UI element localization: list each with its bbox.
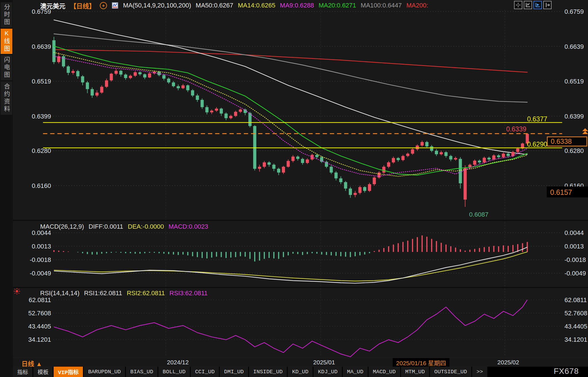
header-label: RSI3:62.0811 [170,289,208,297]
rsi-header: RSI(14,14,14)RSI1:62.0811RSI2:62.0811RSI… [40,289,208,297]
svg-text:0.6087: 0.6087 [469,211,488,218]
svg-text:0.6157: 0.6157 [550,188,572,196]
header-label: DIFF:0.0011 [89,223,123,230]
svg-text:0.6399: 0.6399 [564,113,584,120]
chart-toolbar [514,1,552,9]
svg-text:52.7608: 52.7608 [564,310,587,317]
plus-circle-icon[interactable]: + [100,2,107,9]
header-label: MA200: [406,2,428,9]
tab-dmi_ud[interactable]: DMI_UD [220,367,248,377]
alarm-sun-icon[interactable] [13,287,21,296]
tab-kd_ud[interactable]: KD_UD [288,367,313,377]
auto-scroll-icon[interactable] [534,1,542,9]
svg-text:43.4405: 43.4405 [564,323,587,330]
svg-text:62.0811: 62.0811 [29,296,51,304]
date-label: 2024/12 [167,359,189,366]
tab-mtm_ud[interactable]: MTM_UD [401,367,429,377]
svg-text:0.6519: 0.6519 [564,78,584,85]
date-label: 2025/02 [497,359,519,366]
tab-inside_ud[interactable]: INSIDE_UD [249,367,287,377]
svg-text:0.6280: 0.6280 [564,147,584,154]
sidebar-item-3[interactable]: 闪电图 [1,55,12,80]
tab-boll_ud[interactable]: BOLL_UD [158,367,190,377]
tab-outside_ud[interactable]: OUTSIDE_UD [430,367,471,377]
sidebar-item-4[interactable]: 合约资料 [1,81,12,115]
header-label: RSI2:62.0811 [127,289,165,297]
svg-text:-0.0049: -0.0049 [564,270,586,277]
sidebar-item-1[interactable]: 分时图 [1,2,12,28]
header-label: MACD(26,12,9) [40,223,84,230]
shift-right-icon[interactable] [543,1,552,9]
svg-text:34.1201: 34.1201 [28,336,51,343]
svg-text:52.7608: 52.7608 [28,310,51,317]
crosshair-icon[interactable] [514,1,522,9]
svg-text:0.0013: 0.0013 [32,243,51,250]
main-header: 澳元美元【日线】+MA(50,14,9,20,100,200)MA50:0.62… [40,1,428,10]
svg-text:0.6399: 0.6399 [32,113,51,120]
header-label: RSI(14,14,14) [40,289,79,297]
svg-text:0.6160: 0.6160 [32,182,51,189]
header-label: 澳元美元 [40,1,65,10]
selected-date-label: 2025/01/16 星期四 [393,358,449,367]
header-label: MA(50,14,9,20,100,200) [123,2,191,9]
trading-app: 分时图K线图闪电图合约资料 0.67590.67590.66390.66390.… [0,0,588,377]
svg-text:0.6759: 0.6759 [564,8,584,15]
svg-text:0.6280: 0.6280 [32,147,51,154]
svg-text:0.6290: 0.6290 [527,141,547,148]
chart-thumbnail-icon [112,2,118,9]
tab-bias_ud[interactable]: BIAS_UD [126,367,157,377]
date-label: 2025/01 [313,359,335,366]
axis-zigzag-icon[interactable] [524,1,532,9]
svg-text:0.6338: 0.6338 [551,137,572,145]
macd-header: MACD(26,12,9)DIFF:0.0011DEA:-0.0000MACD:… [40,223,208,230]
svg-text:0.0044: 0.0044 [32,229,51,236]
svg-text:-0.0018: -0.0018 [564,256,586,263]
tab-kdj_ud[interactable]: KDJ_UD [314,367,342,377]
tab-[interactable]: 指标 [13,367,32,377]
svg-text:62.0811: 62.0811 [564,296,587,304]
tab-barupdn_ud[interactable]: BARUPDN_UD [84,367,125,377]
header-label: RSI1:62.0811 [84,289,122,297]
header-label: DEA:-0.0000 [128,223,164,230]
svg-text:-0.0049: -0.0049 [30,270,51,277]
tab-ma_ud[interactable]: MA_UD [343,367,368,377]
tab-[interactable]: 模板 [33,367,53,377]
svg-text:0.6519: 0.6519 [32,78,51,85]
sidebar: 分时图K线图闪电图合约资料 [0,0,13,377]
header-label: MA14:0.6265 [238,2,275,9]
sidebar-item-2[interactable]: K线图 [1,29,12,54]
header-label: MA50:0.6267 [196,2,233,9]
tab-vip[interactable]: VIP指标 [54,367,83,377]
chart-canvas[interactable]: 0.67590.67590.66390.66390.65190.65190.63… [13,0,588,357]
header-label: MA100:0.6447 [361,2,402,9]
header-label: MACD:0.0023 [168,223,208,230]
svg-text:0.6639: 0.6639 [564,43,584,50]
tab-[interactable]: >> [472,367,487,377]
svg-text:34.1201: 34.1201 [564,336,587,343]
svg-text:43.4405: 43.4405 [28,323,51,330]
svg-text:0.0044: 0.0044 [564,229,584,236]
svg-text:0.0013: 0.0013 [564,243,584,250]
indicator-tabbar: 指标模板VIP指标BARUPDN_UDBIAS_UDBOLL_UDCCI_UDD… [13,367,588,377]
svg-text:0.6377: 0.6377 [527,115,547,123]
watermark: FX678 [554,367,579,376]
header-label: MA9:0.6288 [280,2,314,9]
svg-text:0.6339: 0.6339 [506,125,526,133]
header-label: 【日线】 [70,1,95,10]
timeline: 日线 ▲ 2024/122025/012025/01/16 星期四2025/02 [13,357,588,367]
svg-text:-0.0018: -0.0018 [30,256,51,263]
tab-macd_ud[interactable]: MACD_UD [369,367,400,377]
header-label: MA20:0.6271 [319,2,356,9]
svg-text:0.6639: 0.6639 [32,43,51,50]
tab-cci_ud[interactable]: CCI_UD [191,367,219,377]
